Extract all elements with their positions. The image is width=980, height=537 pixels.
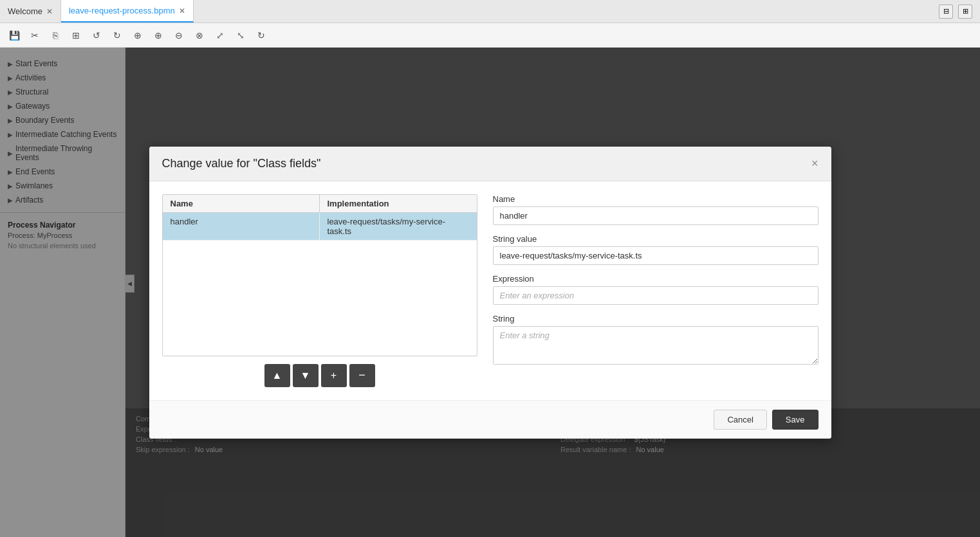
split-vertical-icon[interactable]: ⊞ bbox=[958, 5, 972, 19]
export-btn[interactable]: ⤢ bbox=[211, 26, 229, 44]
copy-toolbar-btn[interactable]: ⎘ bbox=[46, 26, 64, 44]
save-toolbar-btn[interactable]: 💾 bbox=[5, 26, 23, 44]
modal-right-panel: Name String value Expression String bbox=[493, 194, 818, 387]
add-row-button[interactable]: + bbox=[321, 364, 347, 387]
name-label: Name bbox=[493, 194, 818, 204]
import-btn[interactable]: ⤡ bbox=[232, 26, 250, 44]
zoom-fit-btn[interactable]: ⊕ bbox=[129, 26, 147, 44]
modal-footer: Cancel Save bbox=[149, 400, 831, 439]
save-button[interactable]: Save bbox=[772, 410, 818, 430]
string-value-label: String value bbox=[493, 234, 818, 244]
redo-toolbar-btn[interactable]: ↻ bbox=[108, 26, 126, 44]
string-value-form-group: String value bbox=[493, 234, 818, 265]
grid-toolbar-btn[interactable]: ⊞ bbox=[67, 26, 85, 44]
undo-toolbar-btn[interactable]: ↺ bbox=[88, 26, 106, 44]
move-up-button[interactable]: ▲ bbox=[264, 364, 290, 387]
modal-header: Change value for "Class fields" × bbox=[149, 147, 831, 181]
expression-input[interactable] bbox=[493, 286, 818, 305]
cut-toolbar-btn[interactable]: ✂ bbox=[26, 26, 44, 44]
col-name-header: Name bbox=[163, 195, 320, 212]
table-header: Name Implementation bbox=[163, 195, 477, 213]
string-label: String bbox=[493, 314, 818, 323]
modal-title: Change value for "Class fields" bbox=[162, 157, 321, 170]
col-implementation-header: Implementation bbox=[320, 195, 477, 212]
name-form-group: Name bbox=[493, 194, 818, 225]
modal-body: Name Implementation handler leave-reques… bbox=[149, 181, 831, 400]
table-body: handler leave-request/tasks/my-service-t… bbox=[163, 213, 477, 341]
name-input[interactable] bbox=[493, 206, 818, 225]
tab-icons: ⊟ ⊞ bbox=[939, 0, 980, 23]
tab-bpmn-label: leave-request-process.bpmn bbox=[69, 6, 175, 15]
expression-label: Expression bbox=[493, 274, 818, 284]
change-value-modal: Change value for "Class fields" × Name I… bbox=[149, 147, 831, 439]
toolbar: 💾 ✂ ⎘ ⊞ ↺ ↻ ⊕ ⊕ ⊖ ⊗ ⤢ ⤡ ↻ bbox=[0, 23, 980, 48]
tab-welcome-close[interactable]: ✕ bbox=[46, 8, 53, 15]
modal-close-button[interactable]: × bbox=[811, 158, 818, 169]
tab-welcome[interactable]: Welcome ✕ bbox=[0, 0, 61, 23]
tab-bar: Welcome ✕ leave-request-process.bpmn ✕ ⊟… bbox=[0, 0, 980, 23]
main-area: ▶ Start Events ▶ Activities ▶ Structural… bbox=[0, 48, 980, 537]
row-name-cell: handler bbox=[163, 213, 320, 240]
fields-table: Name Implementation handler leave-reques… bbox=[162, 194, 477, 356]
modal-backdrop: Change value for "Class fields" × Name I… bbox=[0, 48, 980, 537]
modal-left-panel: Name Implementation handler leave-reques… bbox=[162, 194, 477, 387]
refresh-btn[interactable]: ↻ bbox=[252, 26, 270, 44]
move-down-button[interactable]: ▼ bbox=[293, 364, 319, 387]
tab-bpmn[interactable]: leave-request-process.bpmn ✕ bbox=[61, 0, 194, 23]
remove-row-button[interactable]: − bbox=[349, 364, 375, 387]
string-textarea[interactable] bbox=[493, 326, 818, 365]
zoom-out-btn[interactable]: ⊖ bbox=[170, 26, 188, 44]
string-form-group: String bbox=[493, 314, 818, 365]
zoom-in-btn[interactable]: ⊕ bbox=[149, 26, 167, 44]
table-actions: ▲ ▼ + − bbox=[162, 364, 477, 387]
zoom-reset-btn[interactable]: ⊗ bbox=[190, 26, 208, 44]
string-value-input[interactable] bbox=[493, 246, 818, 265]
tab-welcome-label: Welcome bbox=[8, 6, 42, 16]
split-horizontal-icon[interactable]: ⊟ bbox=[939, 5, 953, 19]
tab-bpmn-close[interactable]: ✕ bbox=[179, 7, 185, 15]
row-implementation-cell: leave-request/tasks/my-service-task.ts bbox=[320, 213, 477, 240]
cancel-button[interactable]: Cancel bbox=[714, 410, 766, 430]
table-row[interactable]: handler leave-request/tasks/my-service-t… bbox=[163, 213, 477, 241]
expression-form-group: Expression bbox=[493, 274, 818, 305]
